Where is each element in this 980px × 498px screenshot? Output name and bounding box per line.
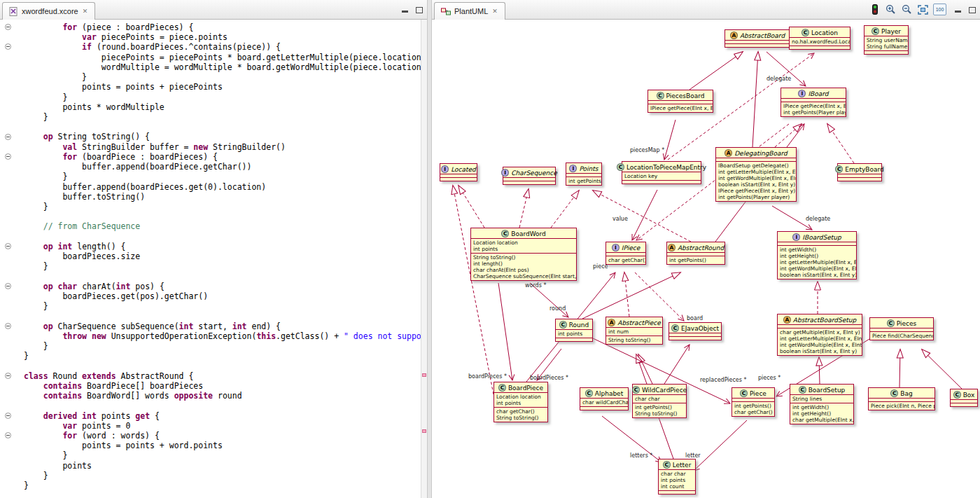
status-indicator-icon[interactable]: [869, 4, 881, 15]
uml-compartment: [838, 177, 881, 181]
uml-class-ejavaobject: CEJavaObject: [668, 322, 722, 340]
zoom-out-icon[interactable]: [901, 4, 913, 15]
minimize-icon[interactable]: [400, 4, 410, 13]
uml-member: int getHeight(): [792, 410, 851, 417]
tab-plantuml[interactable]: PlantUML ✕: [434, 2, 505, 20]
uml-class-bag: CBagPiece pick(EInt n, Piece pieces): [868, 387, 935, 410]
code-area[interactable]: for (piece : boardPieces) { var piecePoi…: [15, 20, 427, 498]
uml-class-name: Pieces: [897, 320, 916, 327]
uml-class-box: CBox: [950, 389, 978, 407]
fold-toggle-icon[interactable]: [5, 24, 11, 30]
fit-to-window-icon[interactable]: [917, 4, 929, 15]
pane-splitter[interactable]: [427, 0, 432, 498]
fold-toggle-icon[interactable]: [5, 134, 11, 140]
uml-member: String toString(): [635, 410, 684, 417]
uml-member: char char: [635, 396, 684, 402]
uml-compartment: int getWidth()int getHeight()char getMul…: [790, 403, 853, 424]
class-spot-icon: C: [498, 384, 506, 392]
uml-member: no.hal.xwordfeud.Location: [792, 39, 848, 45]
code-line: derived int points get {: [24, 411, 427, 421]
uml-diagram-canvas[interactable]: AAbstractBoardCLocationno.hal.xwordfeud.…: [432, 20, 980, 498]
fold-toggle-icon[interactable]: [5, 283, 11, 289]
uml-member: int getPoints(Player player): [783, 109, 844, 116]
class-spot-icon: C: [802, 29, 809, 36]
uml-class-name: AbstractRound: [678, 244, 724, 251]
fold-toggle-icon[interactable]: [5, 243, 11, 249]
uml-member: String lines: [792, 396, 851, 402]
zoom-100-icon[interactable]: 100: [933, 4, 946, 15]
uml-compartment: String userNameString fullName: [864, 36, 908, 50]
uml-member: int count: [661, 483, 693, 490]
uml-class-name: Box: [963, 392, 975, 399]
edge-label: value: [612, 216, 628, 222]
uml-member: CharSequence subSequence(EInt start, EIn…: [473, 273, 574, 279]
code-line: }: [24, 202, 427, 212]
tab-xwordfeud-xcore[interactable]: xwordfeud.xcore ✕: [2, 2, 95, 20]
maximize-icon[interactable]: [967, 4, 976, 13]
class-spot-icon: C: [501, 230, 509, 237]
maximize-icon[interactable]: [414, 4, 424, 13]
code-line: }: [24, 261, 427, 271]
uml-member: int getWordMultiple(EInt x, EInt y): [780, 342, 860, 348]
close-icon[interactable]: ✕: [82, 8, 89, 15]
uml-class-charsequence: ICharSequence: [503, 167, 556, 185]
uml-class-name: WildCardPiece: [642, 387, 687, 394]
uml-member: Location location: [473, 240, 574, 246]
uml-compartment: String toString(): [606, 336, 662, 344]
code-line: }: [24, 480, 427, 490]
plantuml-toolbar: 100: [869, 4, 946, 15]
uml-class-piecesboard: CPiecesBoardIPiece getPiece(EInt x, EInt…: [648, 90, 713, 113]
edge-label: delegate: [806, 216, 830, 222]
edge-label: board: [687, 315, 703, 321]
code-line: [24, 311, 427, 321]
fold-toggle-icon[interactable]: [5, 432, 11, 438]
fold-toggle-icon[interactable]: [5, 153, 11, 160]
occurrence-marker[interactable]: [422, 429, 426, 433]
fold-toggle-icon[interactable]: [5, 323, 11, 329]
uml-member: char wildCardChar: [582, 399, 626, 406]
uml-class-located: ILocated: [440, 163, 477, 181]
code-line: }: [24, 112, 427, 122]
uml-class-name: Piece: [750, 390, 766, 397]
overview-ruler: [421, 20, 427, 498]
uml-class-letter: CLetterchar charint pointsint count: [658, 459, 696, 494]
code-line: buffer.append(boardPiece.getChar()): [24, 162, 427, 172]
uml-class-name: AbstractBoardSetup: [793, 317, 856, 324]
zoom-in-icon[interactable]: [885, 4, 897, 15]
uml-member: int points: [558, 331, 590, 337]
code-line: buffer.append(boardPieces.get(0).locatio…: [24, 182, 427, 192]
uml-compartment: IPiece getPiece(EInt x, EInt y): [648, 104, 713, 112]
fold-toggle-icon[interactable]: [5, 43, 11, 50]
code-line: [24, 232, 427, 242]
uml-class-name: EJavaObject: [681, 325, 719, 332]
uml-class-name: DelegatingBoard: [734, 150, 788, 157]
code-line: points: [24, 461, 427, 471]
uml-class-name: Alphabet: [595, 390, 623, 397]
code-line: throw new UnsupportedOperationException(…: [24, 331, 427, 341]
fold-toggle-icon[interactable]: [5, 373, 11, 379]
uml-compartment: IPiece getPiece(EInt x, EInt y)int getPo…: [781, 102, 846, 116]
uml-class-name: CharSequence: [511, 170, 557, 177]
fold-toggle-icon[interactable]: [5, 413, 11, 419]
edge-label: words *: [525, 282, 546, 289]
uml-compartment: [790, 46, 850, 49]
uml-class-name: IBoard: [808, 90, 828, 97]
abstract-spot-icon: A: [724, 149, 732, 157]
code-editor[interactable]: for (piece : boardPieces) { var piecePoi…: [0, 20, 427, 498]
uml-compartment: int getPoints(): [566, 177, 601, 185]
minimize-icon[interactable]: [953, 4, 962, 13]
uml-member: int getLetterMultiple(EInt x, EInt y): [780, 259, 854, 265]
uml-member: IPiece getPiece(EInt x, EInt y): [650, 105, 710, 111]
code-line: }: [24, 341, 427, 351]
edge-label: pieces *: [758, 375, 780, 381]
plantuml-pane: PlantUML ✕: [432, 0, 980, 498]
uml-class-ipiece: IIPiecechar getChar(): [606, 242, 646, 265]
code-line: boardPieces.size: [24, 251, 427, 261]
close-icon[interactable]: ✕: [491, 8, 498, 15]
uml-compartment: int num: [606, 327, 662, 336]
uml-class-name: LocationToPieceMapEntry: [626, 164, 706, 171]
uml-class-abstractpiece: AAbstractPieceint numString toString(): [606, 317, 663, 345]
occurrence-marker[interactable]: [422, 373, 426, 377]
uml-member: int getLetterMultiple(EInt x, EInt y): [780, 336, 860, 342]
uml-member: IPiece getPiece(EInt x, EInt y): [718, 188, 794, 194]
